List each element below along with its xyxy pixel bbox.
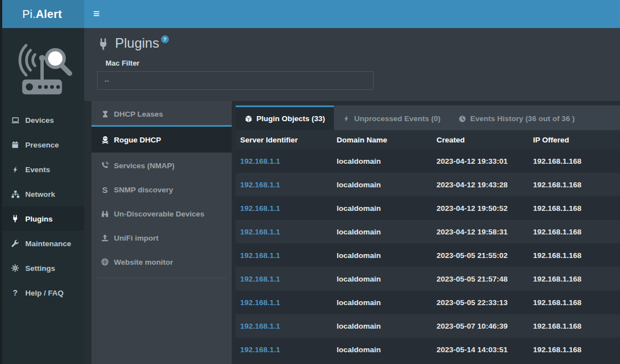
cell-server-identifier-link[interactable]: 192.168.1.1 bbox=[236, 275, 332, 283]
cell: 192.168.1.168 bbox=[529, 157, 620, 165]
cell-server-identifier-link[interactable]: 192.168.1.1 bbox=[236, 345, 332, 354]
tab-label: Events History (36 out of 36 ) bbox=[470, 114, 575, 123]
router-scanner-logo bbox=[0, 28, 84, 107]
tab-bar: Plugin Objects (33)Unprocessed Events (0… bbox=[236, 105, 620, 130]
cell-server-identifier-link[interactable]: 192.168.1.1 bbox=[236, 298, 332, 307]
brand-logo[interactable]: Pi.Alert bbox=[0, 0, 84, 28]
cell-server-identifier-link[interactable]: 192.168.1.1 bbox=[236, 228, 332, 236]
cell-server-identifier-link[interactable]: 192.168.1.1 bbox=[236, 204, 332, 213]
cell: localdomain bbox=[332, 322, 432, 330]
upload-icon bbox=[99, 234, 111, 242]
navbar: ≡ bbox=[84, 0, 620, 28]
sitemap-icon bbox=[9, 190, 21, 199]
hamburger-menu-icon[interactable]: ≡ bbox=[84, 2, 110, 26]
cell: localdomain bbox=[332, 157, 432, 165]
wrench-icon bbox=[9, 239, 21, 247]
plug-icon bbox=[97, 38, 109, 50]
page-title: Plugins ? bbox=[97, 35, 620, 52]
cell-server-identifier-link[interactable]: 192.168.1.1 bbox=[236, 181, 332, 189]
bolt-icon bbox=[343, 115, 350, 122]
table-row: 192.168.1.1localdomain2023-05-05 22:33:1… bbox=[236, 291, 620, 314]
cell-server-identifier-link[interactable]: 192.168.1.1 bbox=[236, 322, 332, 330]
plugin-nav-list: DHCP LeasesRogue DHCPServices (NMAP)SSNM… bbox=[91, 101, 232, 273]
plugin-nav-item-un-discoverable-devices[interactable]: Un-Discoverable Devices bbox=[91, 201, 232, 225]
brand-prefix: Pi. bbox=[22, 8, 36, 21]
cell: localdomain bbox=[332, 298, 432, 307]
cell: 192.168.1.168 bbox=[529, 228, 620, 236]
brand-name: Alert bbox=[36, 8, 62, 21]
hourglass-icon bbox=[99, 110, 111, 118]
plugin-nav-item-label: DHCP Leases bbox=[114, 110, 163, 118]
plugin-nav-item-unifi-import[interactable]: UniFi import bbox=[91, 225, 232, 249]
skull-crossbones-icon bbox=[99, 136, 111, 144]
sidebar-item-events[interactable]: Events bbox=[0, 157, 84, 182]
plugin-nav-item-rogue-dhcp[interactable]: Rogue DHCP bbox=[91, 125, 232, 153]
cell: localdomain bbox=[332, 228, 432, 236]
cell: 2023-05-05 22:33:13 bbox=[432, 298, 529, 307]
plugin-nav-item-snmp-discovery[interactable]: SSNMP discovery bbox=[91, 177, 232, 201]
sidebar-item-network[interactable]: Network bbox=[0, 182, 84, 206]
plugin-nav-item-label: Services (NMAP) bbox=[114, 162, 174, 170]
cell: 2023-04-12 19:58:31 bbox=[432, 228, 529, 236]
clock-icon bbox=[458, 115, 466, 123]
cell: 192.168.1.168 bbox=[529, 181, 620, 189]
plugin-nav-item-website-monitor[interactable]: Website monitor bbox=[91, 249, 232, 273]
table-row: 192.168.1.1localdomain2023-05-14 14:03:5… bbox=[236, 338, 620, 361]
sidebar-item-label: Maintenance bbox=[25, 239, 71, 248]
plugin-nav-panel: DHCP LeasesRogue DHCPServices (NMAP)SSNM… bbox=[91, 101, 232, 364]
plugin-nav-item-label: Rogue DHCP bbox=[114, 136, 161, 144]
help-badge[interactable]: ? bbox=[161, 35, 169, 43]
sidebar-item-devices[interactable]: Devices bbox=[0, 108, 84, 132]
tab-plugin-objects-33[interactable]: Plugin Objects (33) bbox=[236, 105, 334, 130]
laptop-icon bbox=[9, 116, 21, 125]
globe-icon bbox=[99, 258, 111, 266]
column-header-created: Created bbox=[432, 136, 529, 144]
cell: 192.168.1.168 bbox=[529, 251, 620, 260]
tab-unprocessed-events-0[interactable]: Unprocessed Events (0) bbox=[334, 105, 449, 130]
sidebar-item-label: Plugins bbox=[25, 215, 53, 223]
sidebar-item-plugins[interactable]: Plugins bbox=[0, 206, 84, 231]
tab-events-history-36-out-of-36[interactable]: Events History (36 out of 36 ) bbox=[449, 105, 584, 130]
sidebar-item-label: Settings bbox=[25, 264, 55, 273]
cell: 2023-05-05 21:55:02 bbox=[432, 251, 529, 260]
mac-filter-label: Mac Filter bbox=[105, 59, 620, 67]
sidebar: DevicesPresenceEventsNetworkPluginsMaint… bbox=[0, 28, 84, 364]
cell: localdomain bbox=[332, 181, 432, 189]
phone-volume-icon bbox=[99, 162, 111, 169]
column-header-domain-name: Domain Name bbox=[332, 136, 432, 144]
mac-filter-input[interactable] bbox=[97, 71, 374, 90]
cell-server-identifier-link[interactable]: 192.168.1.1 bbox=[236, 157, 332, 165]
table-row: 192.168.1.1localdomain2023-05-05 21:57:4… bbox=[236, 267, 620, 291]
cell: localdomain bbox=[332, 251, 432, 260]
cell: 192.168.1.168 bbox=[529, 204, 620, 213]
cell: 2023-05-14 14:03:51 bbox=[432, 345, 529, 354]
page-title-text: Plugins bbox=[115, 35, 159, 52]
cell: 2023-04-12 19:33:01 bbox=[432, 157, 529, 165]
sidebar-item-settings[interactable]: Settings bbox=[0, 256, 84, 280]
gear-icon bbox=[9, 264, 21, 272]
sidebar-item-presence[interactable]: Presence bbox=[0, 132, 84, 157]
table-row: 192.168.1.1localdomain2023-04-12 19:58:3… bbox=[236, 220, 620, 243]
cell: 2023-05-05 21:57:48 bbox=[432, 275, 529, 283]
sidebar-item-label: Devices bbox=[25, 116, 54, 125]
screen-edge bbox=[0, 0, 2, 364]
plugin-nav-item-services-nmap[interactable]: Services (NMAP) bbox=[91, 153, 232, 177]
sidebar-item-label: Events bbox=[25, 165, 50, 174]
sidebar-item-maintenance[interactable]: Maintenance bbox=[0, 231, 84, 256]
table-row: 192.168.1.1localdomain2023-04-12 19:43:2… bbox=[236, 173, 620, 196]
cell-server-identifier-link[interactable]: 192.168.1.1 bbox=[236, 251, 332, 260]
plugin-nav-item-dhcp-leases[interactable]: DHCP Leases bbox=[91, 101, 232, 125]
content-header: Plugins ? Mac Filter bbox=[84, 28, 620, 101]
cell: 192.168.1.168 bbox=[529, 345, 620, 354]
cell: 2023-04-12 19:50:52 bbox=[432, 204, 529, 213]
sidebar-item-help-faq[interactable]: ?Help / FAQ bbox=[0, 280, 84, 305]
cell: 192.168.1.168 bbox=[529, 322, 620, 330]
plugin-nav-item-label: UniFi import bbox=[114, 234, 159, 242]
cell: 192.168.1.168 bbox=[529, 275, 620, 283]
plugin-nav-item-label: Un-Discoverable Devices bbox=[114, 210, 204, 218]
table-row: 192.168.1.1localdomain2023-05-07 10:46:3… bbox=[236, 314, 620, 338]
cell: 2023-04-12 19:43:28 bbox=[432, 181, 529, 189]
column-header-server-identifier: Server Identifier bbox=[236, 136, 332, 144]
cell: localdomain bbox=[332, 204, 432, 213]
tab-label: Plugin Objects (33) bbox=[256, 114, 325, 123]
